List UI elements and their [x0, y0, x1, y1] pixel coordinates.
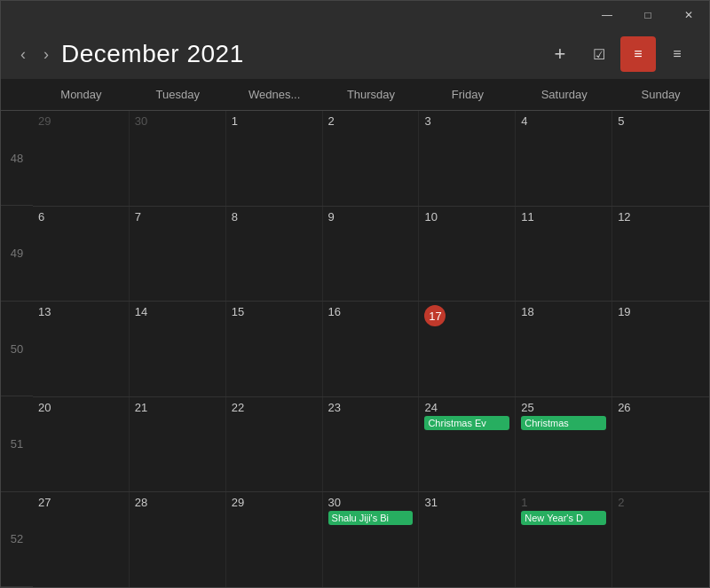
week-num-49: 49	[1, 206, 33, 301]
day-cell-24[interactable]: 24 Christmas Ev	[419, 397, 516, 492]
header-wednesday: Wednes...	[226, 79, 323, 110]
week-num-50: 50	[1, 302, 33, 396]
day-cell[interactable]: 26	[612, 397, 709, 492]
week-row-51: 20 21 22 23 24 Christmas Ev 25 Christmas…	[33, 397, 709, 493]
day-cell[interactable]: 29	[33, 111, 130, 206]
day-cell[interactable]: 18	[516, 302, 612, 396]
new-year-event[interactable]: New Year's D	[521, 511, 606, 525]
day-cell[interactable]: 27	[33, 492, 130, 587]
header-left: ‹ › December 2021	[15, 40, 244, 68]
day-cell[interactable]: 5	[612, 111, 709, 206]
calendar-grid: Monday Tuesday Wednes... Thursday Friday…	[33, 79, 709, 587]
calendar-wrapper: 48 49 50 51 52 Monday Tuesday Wednes... …	[1, 79, 709, 587]
header-friday: Friday	[419, 79, 516, 110]
day-cell-today[interactable]: 17	[419, 302, 516, 396]
day-cell[interactable]: 16	[323, 302, 420, 396]
add-event-button[interactable]: +	[542, 36, 578, 72]
day-cell[interactable]: 8	[226, 207, 323, 302]
day-cell[interactable]: 29	[226, 492, 323, 587]
day-cell[interactable]: 11	[516, 207, 612, 302]
day-cell[interactable]: 3	[419, 111, 516, 206]
day-cell[interactable]: 2	[612, 492, 709, 587]
minimize-button[interactable]: —	[587, 1, 627, 29]
titlebar-controls: — □ ✕	[587, 1, 709, 29]
header-monday: Monday	[33, 79, 130, 110]
day-cell[interactable]: 6	[33, 207, 130, 302]
week-row-48: 29 30 1 2 3 4 5	[33, 111, 709, 207]
day-cell[interactable]: 1	[226, 111, 323, 206]
christmas-event[interactable]: Christmas	[521, 416, 606, 430]
header-saturday: Saturday	[516, 79, 612, 110]
header-tuesday: Tuesday	[130, 79, 226, 110]
day-cell[interactable]: 13	[33, 302, 130, 396]
day-cell[interactable]: 28	[130, 492, 226, 587]
header: ‹ › December 2021 + ☑ ≡ ≡	[1, 29, 709, 79]
filter-button[interactable]: ≡	[620, 36, 656, 72]
next-month-button[interactable]: ›	[38, 42, 54, 67]
day-cell[interactable]: 23	[323, 397, 420, 492]
week-row-50: 13 14 15 16 17 18 19	[33, 302, 709, 397]
week-num-51: 51	[1, 396, 33, 491]
header-sunday: Sunday	[612, 79, 709, 110]
week-num-48: 48	[1, 111, 33, 206]
week-num-52: 52	[1, 492, 33, 587]
day-cell-30[interactable]: 30 Shalu Jiji's Bi	[323, 492, 420, 587]
app-window: — □ ✕ ‹ › December 2021 + ☑ ≡ ≡ 48 49 50…	[0, 0, 710, 588]
header-thursday: Thursday	[323, 79, 420, 110]
weeks-container: 29 30 1 2 3 4 5 6 7 8 9 10 11 12	[33, 111, 709, 587]
day-cell[interactable]: 21	[130, 397, 226, 492]
week-row-52: 27 28 29 30 Shalu Jiji's Bi 31 1 New Yea…	[33, 492, 709, 587]
day-cell-25[interactable]: 25 Christmas	[516, 397, 612, 492]
titlebar: — □ ✕	[1, 1, 709, 29]
close-button[interactable]: ✕	[668, 1, 709, 29]
header-right: + ☑ ≡ ≡	[542, 36, 695, 72]
day-cell[interactable]: 20	[33, 397, 130, 492]
day-cell[interactable]: 10	[419, 207, 516, 302]
day-cell[interactable]: 12	[612, 207, 709, 302]
maximize-button[interactable]: □	[627, 1, 668, 29]
day-cell[interactable]: 7	[130, 207, 226, 302]
day-cell[interactable]: 14	[130, 302, 226, 396]
day-cell[interactable]: 31	[419, 492, 516, 587]
day-cell[interactable]: 2	[323, 111, 420, 206]
week-num-header	[1, 79, 33, 111]
week-numbers-column: 48 49 50 51 52	[1, 79, 33, 587]
day-cell[interactable]: 19	[612, 302, 709, 396]
task-view-button[interactable]: ☑	[581, 36, 617, 72]
day-cell[interactable]: 22	[226, 397, 323, 492]
christmas-eve-event[interactable]: Christmas Ev	[424, 416, 509, 430]
menu-button[interactable]: ≡	[659, 36, 695, 72]
week-row-49: 6 7 8 9 10 11 12	[33, 207, 709, 302]
day-cell[interactable]: 15	[226, 302, 323, 396]
prev-month-button[interactable]: ‹	[15, 42, 31, 67]
day-cell[interactable]: 4	[516, 111, 612, 206]
day-cell-jan1[interactable]: 1 New Year's D	[516, 492, 612, 587]
day-cell[interactable]: 30	[130, 111, 226, 206]
day-headers: Monday Tuesday Wednes... Thursday Friday…	[33, 79, 709, 111]
shalu-birthday-event[interactable]: Shalu Jiji's Bi	[328, 511, 414, 525]
day-cell[interactable]: 9	[323, 207, 420, 302]
month-title: December 2021	[61, 40, 244, 68]
